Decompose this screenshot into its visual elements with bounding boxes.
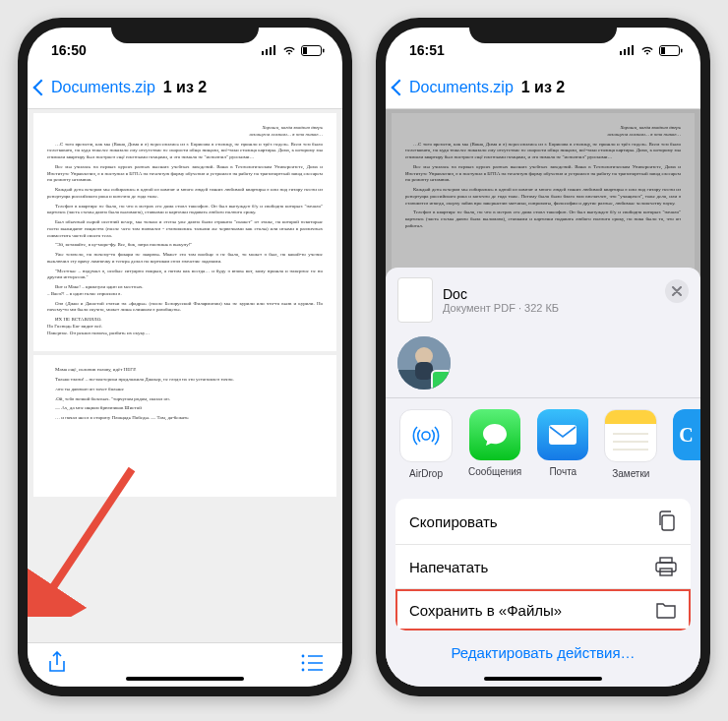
doc-thumbnail (397, 277, 433, 323)
svg-rect-20 (681, 48, 683, 52)
messages-icon (480, 421, 510, 449)
airdrop-icon (409, 419, 443, 452)
home-indicator[interactable] (484, 677, 602, 681)
share-sheet: Doc Документ PDF · 322 КБ (386, 268, 700, 688)
svg-rect-0 (262, 51, 264, 55)
printer-icon (655, 557, 677, 576)
svg-rect-3 (273, 45, 275, 55)
status-icons (620, 45, 683, 56)
app-label: Сообщения (468, 466, 521, 477)
mail-icon (547, 423, 578, 447)
wifi-icon (639, 45, 655, 56)
close-button[interactable] (665, 279, 689, 303)
battery-icon (301, 45, 325, 56)
phone-left: 16:50 Documents.zip 1 из 2 Хорошо, когда… (18, 18, 352, 696)
back-button[interactable]: Documents.zip (394, 79, 514, 96)
action-label: Скопировать (409, 513, 498, 530)
notch (111, 18, 259, 43)
phone-right: 16:51 Documents.zip 1 из 2 Хорошо, когда… (376, 18, 710, 696)
svg-point-8 (302, 655, 305, 658)
battery-icon (659, 45, 683, 56)
svg-rect-15 (624, 49, 626, 55)
action-label: Сохранить в «Файлы» (409, 602, 562, 619)
doc-info: Документ PDF · 322 КБ (443, 302, 559, 314)
signal-icon (262, 45, 277, 55)
doc-name: Doc (443, 286, 559, 302)
home-indicator[interactable] (126, 677, 244, 681)
app-mail[interactable]: Почта (537, 409, 588, 479)
svg-point-10 (302, 662, 305, 665)
svg-rect-14 (620, 51, 622, 55)
back-button[interactable]: Documents.zip (35, 79, 155, 96)
app-airdrop[interactable]: AirDrop (399, 409, 453, 479)
list-icon (301, 654, 323, 672)
status-time: 16:51 (409, 42, 445, 58)
svg-rect-27 (605, 410, 656, 424)
screen-right: 16:51 Documents.zip 1 из 2 Хорошо, когда… (386, 28, 700, 687)
folder-icon (655, 601, 677, 619)
wifi-icon (281, 45, 297, 56)
svg-point-25 (422, 432, 430, 440)
app-more[interactable]: C (673, 409, 700, 460)
share-button[interactable] (47, 651, 67, 679)
svg-rect-1 (266, 49, 268, 55)
svg-rect-32 (660, 558, 672, 563)
messages-badge-icon (431, 370, 451, 390)
nav-bar: Documents.zip 1 из 2 (386, 67, 700, 109)
app-label: AirDrop (409, 468, 443, 479)
notch (469, 18, 617, 43)
actions-list: Скопировать Напечатать Сохранить в «Файл… (395, 499, 691, 631)
contact-suggestions (386, 332, 700, 397)
nav-bar: Documents.zip 1 из 2 (28, 67, 342, 109)
svg-rect-31 (662, 515, 674, 530)
copy-icon (657, 511, 677, 532)
document-page-1: Хорошо, когда входная дверьоснащена глаз… (33, 113, 336, 351)
share-icon (47, 651, 67, 675)
action-print[interactable]: Напечатать (395, 545, 691, 589)
svg-rect-19 (661, 47, 665, 54)
status-icons (262, 45, 325, 56)
app-label: Почта (549, 466, 576, 477)
chevron-left-icon (392, 80, 408, 96)
svg-rect-33 (656, 563, 676, 571)
app-notes[interactable]: Заметки (604, 409, 657, 479)
svg-rect-2 (270, 47, 272, 55)
svg-point-12 (302, 669, 305, 672)
action-label: Напечатать (409, 559, 488, 575)
close-icon (672, 286, 682, 296)
signal-icon (620, 45, 636, 55)
back-label: Documents.zip (51, 79, 155, 96)
contact-avatar[interactable] (397, 336, 451, 390)
back-label: Documents.zip (409, 79, 514, 96)
doc-meta: Doc Документ PDF · 322 КБ (443, 286, 559, 314)
svg-rect-16 (628, 47, 630, 55)
chevron-left-icon (33, 80, 50, 96)
action-save-to-files[interactable]: Сохранить в «Файлы» (395, 589, 691, 631)
svg-rect-5 (303, 47, 307, 54)
svg-rect-17 (632, 45, 634, 55)
svg-rect-26 (549, 425, 576, 445)
app-label: Заметки (612, 468, 649, 479)
status-time: 16:50 (51, 42, 87, 58)
document-viewport: Хорошо, когда входная дверьоснащена глаз… (386, 109, 700, 687)
edit-actions-button[interactable]: Редактировать действия… (386, 634, 700, 661)
list-button[interactable] (301, 654, 323, 676)
sheet-header: Doc Документ PDF · 322 КБ (386, 268, 700, 332)
screen-left: 16:50 Documents.zip 1 из 2 Хорошо, когда… (28, 28, 342, 687)
document-viewport[interactable]: Хорошо, когда входная дверьоснащена глаз… (28, 109, 342, 642)
action-copy[interactable]: Скопировать (395, 499, 691, 545)
notes-icon (605, 410, 656, 461)
share-apps: AirDrop Сообщения Почта (386, 397, 700, 491)
svg-rect-6 (323, 48, 325, 52)
app-messages[interactable]: Сообщения (468, 409, 521, 479)
document-page-2: Мама ещё, склонив голову, идёт НЕГР. Тол… (33, 355, 336, 497)
